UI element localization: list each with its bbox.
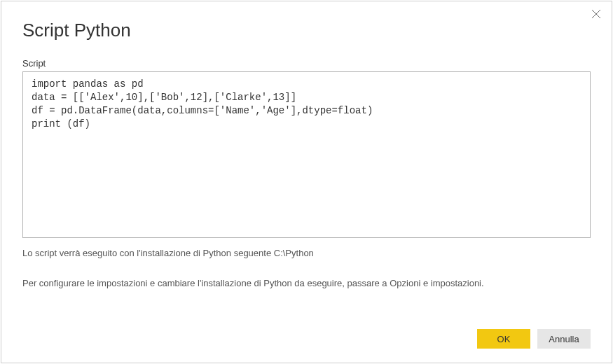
script-input[interactable] xyxy=(22,71,591,238)
install-info-text: Lo script verrà eseguito con l'installaz… xyxy=(22,248,591,258)
python-script-dialog: Script Python Script Lo script verrà ese… xyxy=(1,1,612,363)
settings-info-text: Per configurare le impostazioni e cambia… xyxy=(22,278,591,288)
button-row: OK Annulla xyxy=(477,329,591,349)
ok-button[interactable]: OK xyxy=(477,329,530,349)
close-button[interactable] xyxy=(589,7,603,21)
script-label: Script xyxy=(22,58,591,69)
dialog-title: Script Python xyxy=(22,20,591,41)
cancel-button[interactable]: Annulla xyxy=(537,329,591,349)
close-icon xyxy=(591,9,601,19)
dialog-content: Script Python Script Lo script verrà ese… xyxy=(1,1,612,302)
